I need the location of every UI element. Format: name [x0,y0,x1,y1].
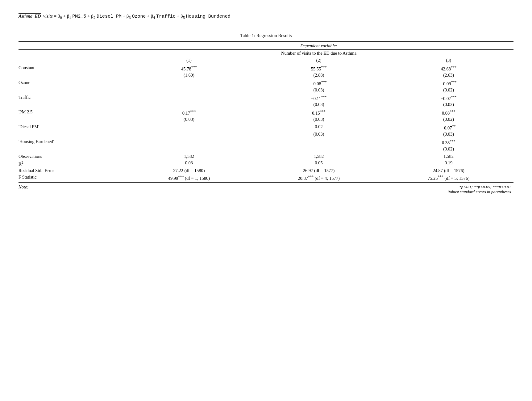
row-label-housing: 'Housing Burdened' [19,138,124,146]
ozone-se-col2: (0.03) [254,87,384,94]
stats-rse-label: Residual Std. Error [19,167,124,174]
fstat-col1: 49.99*** (df = 1; 1580) [124,174,254,182]
traffic-col2: −0.11*** [254,94,384,102]
constant-col1: 45.78*** [124,64,254,73]
traffic-se-col2: (0.03) [254,102,384,108]
housing-col1 [124,138,254,146]
ozone-se-col3: (0.02) [384,87,513,94]
table-row-se: (0.03) (0.02) [19,87,513,94]
fstat-col3: 75.25*** (df = 5; 1576) [384,174,513,182]
table-row: Constant 45.78*** 55.55*** 42.68*** [19,64,513,73]
table-caption: Table 1: Regression Results [19,33,513,38]
r2-col3: 0.19 [384,160,513,167]
note-row: Note: *p<0.1; **p<0.05; ***p<0.01 Robust… [19,182,513,195]
constant-se-col2: (2.88) [254,73,384,79]
diesel-se-col2: (0.03) [254,132,384,138]
table-row-se: (0.03) (0.03) (0.02) [19,117,513,123]
rse-col3: 24.87 (df = 1576) [384,167,513,174]
table-row: Ozone −0.08*** −0.09*** [19,79,513,87]
r2-col1: 0.03 [124,160,254,167]
stats-fstat-row: F Statistic 49.99*** (df = 1; 1580) 20.8… [19,174,513,182]
rse-col2: 26.97 (df = 1577) [254,167,384,174]
pm25-se-col2: (0.03) [254,117,384,123]
r2-col2: 0.05 [254,160,384,167]
table-row-se: (1.60) (2.88) (2.63) [19,73,513,79]
obs-col3: 1,582 [384,153,513,160]
traffic-col3: −0.07*** [384,94,513,102]
row-label-ozone: Ozone [19,79,124,87]
constant-col3: 42.68*** [384,64,513,73]
housing-se-col3: (0.02) [384,146,513,153]
table-row-se: (0.03) (0.02) [19,102,513,108]
ozone-col1 [124,79,254,87]
obs-col2: 1,582 [254,153,384,160]
stats-r2-label: R2 [19,160,124,167]
ozone-col2: −0.08*** [254,79,384,87]
row-label-diesel: 'Diesel PM' [19,123,124,132]
row-label-constant: Constant [19,64,124,73]
equation-lhs: Asthma_ED_visits = β0 + β1 PM2.5 + β2 Di… [19,14,231,19]
housing-col2 [254,138,384,146]
significance-text: *p<0.1; **p<0.05; ***p<0.01 [459,184,511,189]
pm25-col2: 0.15*** [254,108,384,117]
pm25-se-col3: (0.02) [384,117,513,123]
stats-fstat-label: F Statistic [19,174,124,182]
pm25-se-col1: (0.03) [124,117,254,123]
dep-var-desc: Number of visits to the ED due to Asthma [124,50,513,57]
stats-obs-row: Observations 1,582 1,582 1,582 [19,153,513,160]
stats-obs-label: Observations [19,153,124,160]
table-row: 'PM 2.5' 0.17*** 0.15*** 0.08*** [19,108,513,117]
note-significance: *p<0.1; **p<0.05; ***p<0.01 Robust stand… [124,182,513,195]
diesel-se-col3: (0.03) [384,132,513,138]
col-header-2: (2) [254,57,384,64]
stats-rse-row: Residual Std. Error 27.22 (df = 1580) 26… [19,167,513,174]
traffic-se-col3: (0.02) [384,102,513,108]
table-row: 'Housing Burdened' 0.38*** [19,138,513,146]
table-row: 'Diesel PM' 0.02 −0.07** [19,123,513,132]
se-note-text: Robust standard errors in parentheses [447,189,511,194]
note-label: Note: [19,182,124,195]
regression-table-container: Table 1: Regression Results Dependent va… [19,33,513,195]
table-row-se: (0.02) [19,146,513,153]
diesel-col2: 0.02 [254,123,384,132]
pm25-col3: 0.08*** [384,108,513,117]
housing-col3: 0.38*** [384,138,513,146]
constant-se-col3: (2.63) [384,73,513,79]
ozone-col3: −0.09*** [384,79,513,87]
col-headers-row: (1) (2) (3) [19,57,513,64]
row-label-pm25: 'PM 2.5' [19,108,124,117]
table-row: Traffic −0.11*** −0.07*** [19,94,513,102]
dep-var-label: Dependent variable: [124,42,513,50]
dep-var-desc-row: Number of visits to the ED due to Asthma [19,50,513,57]
traffic-col1 [124,94,254,102]
obs-col1: 1,582 [124,153,254,160]
constant-se-col1: (1.60) [124,73,254,79]
col-header-1: (1) [124,57,254,64]
col-header-3: (3) [384,57,513,64]
stats-r2-row: R2 0.03 0.05 0.19 [19,160,513,167]
diesel-col3: −0.07** [384,123,513,132]
rse-col1: 27.22 (df = 1580) [124,167,254,174]
constant-col2: 55.55*** [254,64,384,73]
pm25-col1: 0.17*** [124,108,254,117]
row-label-traffic: Traffic [19,94,124,102]
equation: Asthma_ED_visits = β0 + β1 PM2.5 + β2 Di… [19,12,513,21]
fstat-col2: 20.87*** (df = 4; 1577) [254,174,384,182]
regression-table: Dependent variable: Number of visits to … [19,41,513,195]
table-row-se: (0.03) (0.03) [19,132,513,138]
diesel-col1 [124,123,254,132]
dep-var-row: Dependent variable: [19,42,513,50]
